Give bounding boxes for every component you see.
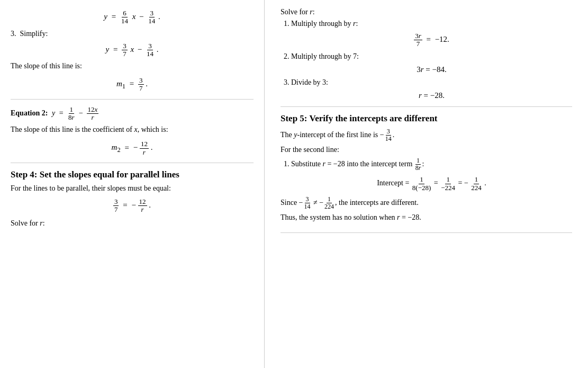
m2-display: m2 = − 12 r . (11, 140, 254, 156)
step5-heading: Step 5: Verify the intercepts are differ… (281, 113, 572, 124)
eq1-display: y = 6 14 x − 3 14 . (11, 10, 254, 25)
eq2-frac1: 3 7 (122, 42, 128, 58)
since-frac2: 1224 (323, 196, 335, 210)
int-frac3: 1 224 (470, 176, 483, 192)
step-divide-3: Divide by 3: r = −28. (291, 78, 572, 100)
eq1-frac2: 3 14 (147, 10, 156, 25)
slope2-text: The slope of this line is the coefficien… (11, 125, 254, 134)
m1-frac: 3 7 (138, 77, 144, 93)
step2-text: Multiply through by 7: (291, 52, 359, 60)
int-frac1: 1 8(−28) (411, 176, 432, 192)
step-multiply-r: Multiply through by r: 3r 7 = −12. (291, 20, 572, 48)
step-multiply-7: Multiply through by 7: 3r = −84. (291, 52, 572, 74)
eq2-display: y = 3 7 x − 3 14 . (11, 42, 254, 58)
equation2-label: Equation 2: y = 1 8r − 12x r (11, 106, 254, 122)
step1-frac: 3r 7 (414, 32, 422, 48)
since-text: Since −314 ≠ −1224, the intercepts are d… (281, 196, 572, 210)
step5-frac: 314 (384, 128, 393, 142)
m1-display: m1 = 3 7 . (11, 77, 254, 93)
step5-body1: The y-intercept of the first line is −31… (281, 128, 572, 142)
sub1-frac: 18r (414, 157, 422, 172)
left-solve-r: Solve for r: (11, 219, 254, 228)
eq2b-frac2: 12x r (87, 106, 99, 122)
step1-text: Multiply through by r: (291, 20, 358, 28)
step4-frac1: 3 7 (113, 198, 119, 214)
step4-body: For the lines to be parallel, their slop… (11, 184, 254, 193)
eq1-frac1: 6 14 (120, 10, 129, 25)
eq2b-frac1: 1 8r (67, 106, 76, 122)
eq1-x: x (132, 12, 136, 21)
substep-substitute: Substitute r = −28 into the intercept te… (291, 157, 572, 192)
right-divider2 (281, 232, 572, 233)
simplify-label: 3. Simplify: (11, 30, 254, 38)
slope1-text: The slope of this line is: (11, 62, 254, 70)
divider1 (11, 99, 254, 100)
step5-body2: For the second line: (281, 146, 572, 154)
step3-eq: r = −28. (291, 91, 572, 100)
right-divider1 (281, 106, 572, 107)
step4-frac2: 12 r (138, 198, 147, 214)
divider2 (11, 163, 254, 163)
intercept-eq: Intercept = 1 8(−28) = 1 −224 = − 1 224 … (291, 176, 572, 192)
step2-eq: 3r = −84. (291, 65, 572, 74)
substep1-text: Substitute r = −28 into the intercept te… (291, 160, 424, 168)
step5-substeps: Substitute r = −28 into the intercept te… (291, 157, 572, 192)
step3-text: Divide by 3: (291, 78, 328, 86)
m2-frac: 12 r (140, 140, 149, 156)
right-solve-r: Solve for r: (281, 8, 572, 16)
int-frac2: 1 −224 (440, 176, 456, 192)
thus-text: Thus, the system has no solution when r … (281, 213, 572, 222)
step1-eq: 3r 7 = −12. (291, 32, 572, 48)
left-panel: y = 6 14 x − 3 14 . 3. Simplify: y = 3 7… (0, 0, 265, 368)
eq1-y: y (104, 12, 107, 21)
eq2-frac2: 3 14 (146, 42, 155, 58)
step4-eq: 3 7 = − 12 r . (11, 198, 254, 214)
solve-steps-list: Multiply through by r: 3r 7 = −12. Multi… (291, 20, 572, 100)
since-frac1: 314 (303, 196, 312, 210)
step4-heading: Step 4: Set the slopes equal for paralle… (11, 169, 254, 180)
right-panel: Solve for r: Multiply through by r: 3r 7… (265, 0, 588, 368)
